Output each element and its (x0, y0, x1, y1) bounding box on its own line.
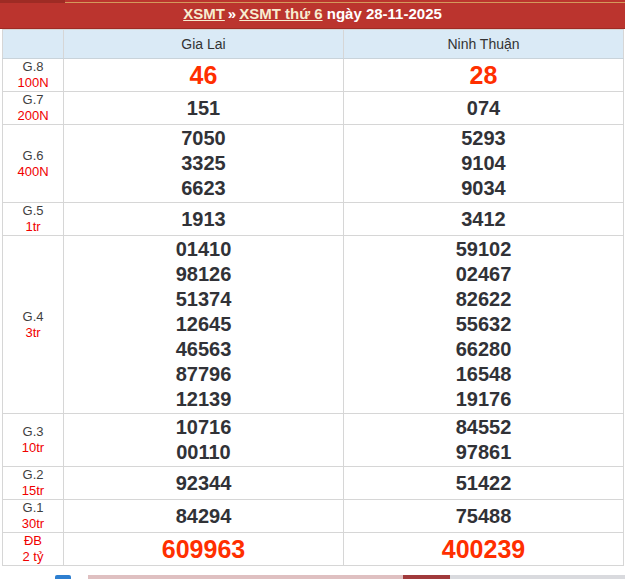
prize-name: G.2 (23, 467, 44, 482)
prize-number: 7050 (64, 126, 343, 151)
prize-number: 98126 (64, 262, 343, 287)
prize-label-cell-g3: G.310tr (3, 414, 64, 467)
prize-number: 51422 (344, 471, 623, 496)
prize-number: 97861 (344, 440, 623, 465)
ninh-thuan-cell-g2: 51422 (344, 467, 624, 500)
prize-name: G.6 (23, 148, 44, 163)
ninh-thuan-cell-g8: 28 (344, 59, 624, 92)
ninh-thuan-cell-g5: 3412 (344, 203, 624, 236)
gia-lai-cell-g7: 151 (64, 92, 344, 125)
prize-number: 19176 (344, 387, 623, 412)
ninh-thuan-cell-db: 400239 (344, 533, 624, 566)
gia-lai-cell-g6: 705033256623 (64, 125, 344, 203)
prize-amount: 30tr (22, 516, 44, 531)
prize-row-g7: G.7200N151074 (3, 92, 624, 125)
prize-amount: 1tr (25, 219, 40, 234)
title-date: ngày 28-11-2025 (327, 5, 442, 22)
prize-row-g3: G.310tr10716001108455297861 (3, 414, 624, 467)
prize-number: 00110 (64, 440, 343, 465)
prize-number: 92344 (64, 471, 343, 496)
breadcrumb-separator: » (225, 5, 239, 22)
prize-name: G.3 (23, 424, 44, 439)
prize-amount: 3tr (25, 325, 40, 340)
prize-number: 6623 (64, 176, 343, 201)
prize-label-cell-g2: G.215tr (3, 467, 64, 500)
gia-lai-cell-g3: 1071600110 (64, 414, 344, 467)
prize-number: 01410 (64, 237, 343, 262)
prize-name: G.7 (23, 92, 44, 107)
cutoff-banner-blue-dot (55, 575, 71, 579)
title-bar: XSMT»XSMT thứ 6 ngày 28-11-2025 (0, 0, 625, 29)
prize-amount: 2 tỷ (23, 549, 44, 564)
prize-number: 10716 (64, 415, 343, 440)
prize-row-g4: G.43tr0141098126513741264546563877961213… (3, 236, 624, 414)
prize-name: ĐB (24, 533, 42, 548)
column-header-ninh-thuan[interactable]: Ninh Thuận (344, 30, 624, 59)
topbar-notch (0, 0, 65, 3)
prize-name: G.1 (23, 500, 44, 515)
ninh-thuan-cell-g6: 529391049034 (344, 125, 624, 203)
prize-label-cell-g5: G.51tr (3, 203, 64, 236)
prize-row-db: ĐB2 tỷ609963400239 (3, 533, 624, 566)
prize-label-cell-g7: G.7200N (3, 92, 64, 125)
page: XSMT»XSMT thứ 6 ngày 28-11-2025 Gia Lai … (0, 0, 625, 579)
breadcrumb-link-xsmt[interactable]: XSMT (183, 5, 225, 22)
prize-number: 51374 (64, 287, 343, 312)
prize-number: 46563 (64, 337, 343, 362)
prize-number: 59102 (344, 237, 623, 262)
gia-lai-cell-g5: 1913 (64, 203, 344, 236)
prize-number: 5293 (344, 126, 623, 151)
topbar-gold-line (65, 2, 625, 3)
prize-label-cell-g8: G.8100N (3, 59, 64, 92)
prize-row-g2: G.215tr9234451422 (3, 467, 624, 500)
prize-number: 84294 (64, 504, 343, 529)
prize-number: 55632 (344, 312, 623, 337)
prize-number: 75488 (344, 504, 623, 529)
prize-number: 609963 (64, 537, 343, 562)
prize-label-cell-db: ĐB2 tỷ (3, 533, 64, 566)
prize-label-cell-g4: G.43tr (3, 236, 64, 414)
gia-lai-cell-db: 609963 (64, 533, 344, 566)
prize-number: 400239 (344, 537, 623, 562)
prize-row-g6: G.6400N705033256623529391049034 (3, 125, 624, 203)
prize-number: 12645 (64, 312, 343, 337)
prize-row-g1: G.130tr8429475488 (3, 500, 624, 533)
column-header-gia-lai[interactable]: Gia Lai (64, 30, 344, 59)
ninh-thuan-cell-g3: 8455297861 (344, 414, 624, 467)
prize-number: 87796 (64, 362, 343, 387)
prize-amount: 200N (17, 108, 48, 123)
prize-amount: 400N (17, 164, 48, 179)
prize-number: 1913 (64, 207, 343, 232)
prize-number: 66280 (344, 337, 623, 362)
prize-number: 28 (344, 63, 623, 88)
prize-name: G.8 (23, 59, 44, 74)
prize-number: 3412 (344, 207, 623, 232)
prize-number: 82622 (344, 287, 623, 312)
prize-number: 9034 (344, 176, 623, 201)
ninh-thuan-cell-g4: 59102024678262255632662801654819176 (344, 236, 624, 414)
table-header-row: Gia Lai Ninh Thuận (3, 30, 624, 59)
prize-number: 12139 (64, 387, 343, 412)
prize-label-cell-g1: G.130tr (3, 500, 64, 533)
prize-number: 84552 (344, 415, 623, 440)
prize-row-g5: G.51tr19133412 (3, 203, 624, 236)
prize-row-g8: G.8100N4628 (3, 59, 624, 92)
prize-amount: 100N (17, 75, 48, 90)
prize-number: 3325 (64, 151, 343, 176)
gia-lai-cell-g8: 46 (64, 59, 344, 92)
cutoff-banner-strip (88, 575, 625, 579)
prize-number: 46 (64, 63, 343, 88)
prize-corner-cell (3, 30, 64, 59)
prize-number: 151 (64, 96, 343, 121)
prize-name: G.4 (23, 309, 44, 324)
prize-label-cell-g6: G.6400N (3, 125, 64, 203)
gia-lai-cell-g4: 01410981265137412645465638779612139 (64, 236, 344, 414)
prize-number: 074 (344, 96, 623, 121)
breadcrumb-link-xsmt-day[interactable]: XSMT thứ 6 (239, 5, 322, 22)
prize-amount: 10tr (22, 440, 44, 455)
prize-name: G.5 (23, 203, 44, 218)
results-table: Gia Lai Ninh Thuận G.8100N4628G.7200N151… (2, 29, 624, 566)
prize-amount: 15tr (22, 483, 44, 498)
ninh-thuan-cell-g1: 75488 (344, 500, 624, 533)
cutoff-banner (0, 575, 625, 579)
